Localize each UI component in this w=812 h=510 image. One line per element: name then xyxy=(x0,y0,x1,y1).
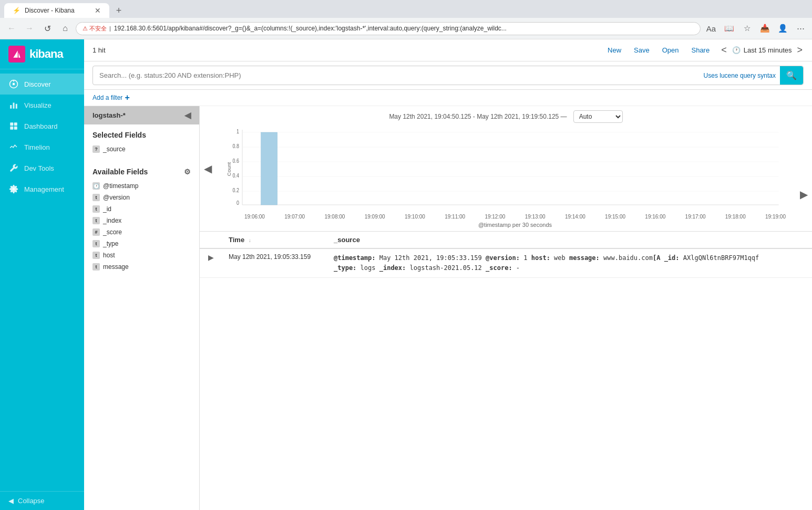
chart-area: ◀ May 12th 2021, 19:04:50.125 - May 12th… xyxy=(200,106,812,232)
sidebar-item-timelion[interactable]: Timelion xyxy=(0,137,84,158)
field-item-id[interactable]: t _id xyxy=(92,203,191,215)
row-expand-cell: ▶ xyxy=(200,248,222,278)
field-item-index[interactable]: t _index xyxy=(92,215,191,226)
field-type-t-badge-version: t xyxy=(92,194,100,201)
browser-tab-active[interactable]: ⚡ Discover - Kibana ✕ xyxy=(4,3,109,18)
open-button[interactable]: Open xyxy=(660,45,681,55)
share-button[interactable]: Share xyxy=(689,45,712,55)
field-item-type[interactable]: t _type xyxy=(92,238,191,249)
search-input[interactable] xyxy=(93,68,704,83)
field-item-message[interactable]: t message xyxy=(92,261,191,273)
forward-button[interactable]: → xyxy=(22,21,37,36)
warning-icon: ⚠ xyxy=(83,25,88,32)
field-name-timestamp: @timestamp xyxy=(103,182,139,190)
field-item-score[interactable]: # _score xyxy=(92,226,191,238)
chart-interval-select[interactable]: Auto Millisecond Second Minute Hour Day xyxy=(573,110,623,123)
url-text: 192.168.30.6:5601/app/kibana#/discover?_… xyxy=(114,25,694,32)
source-val-type: logs xyxy=(361,264,379,272)
new-tab-btn[interactable]: + xyxy=(111,3,126,18)
chart-x-axis-label: @timestamp per 30 seconds xyxy=(226,220,786,231)
sidebar-item-devtools[interactable]: Dev Tools xyxy=(0,158,84,179)
table-row: ▶ May 12th 2021, 19:05:33.159 @timestamp… xyxy=(200,248,812,278)
chart-header: May 12th 2021, 19:04:50.125 - May 12th 2… xyxy=(200,106,812,127)
source-column-header[interactable]: _source xyxy=(327,232,812,248)
field-type-t-badge-id: t xyxy=(92,205,100,213)
search-submit-button[interactable]: 🔍 xyxy=(780,66,803,85)
add-filter-button[interactable]: Add a filter + xyxy=(92,93,804,102)
new-button[interactable]: New xyxy=(605,45,623,55)
selected-fields-header: Selected Fields xyxy=(92,131,191,139)
download-button[interactable]: 📥 xyxy=(757,21,772,36)
svg-rect-9 xyxy=(14,127,17,130)
x-label-9: 19:14:00 xyxy=(565,214,585,220)
dashboard-icon xyxy=(8,121,19,131)
svg-rect-3 xyxy=(10,105,12,109)
menu-button[interactable]: ⋯ xyxy=(793,21,808,36)
management-icon xyxy=(8,184,19,194)
field-type-t-badge-type: t xyxy=(92,240,100,247)
svg-text:0.8: 0.8 xyxy=(233,143,239,149)
source-key-type: _type: xyxy=(334,264,356,272)
svg-text:1: 1 xyxy=(237,128,239,134)
sidebar-item-management[interactable]: Management xyxy=(0,179,84,200)
source-key-version: @version: xyxy=(486,254,520,262)
profile-button[interactable]: 👤 xyxy=(775,21,790,36)
field-item-host[interactable]: t host xyxy=(92,249,191,261)
back-button[interactable]: ← xyxy=(4,21,19,36)
filter-bar: Add a filter + xyxy=(84,90,812,106)
left-panel: logstash-* ◀ Selected Fields ? _source xyxy=(84,106,200,510)
sidebar-item-dashboard-label: Dashboard xyxy=(24,122,58,130)
source-key-bracket: [A xyxy=(653,254,660,262)
index-pattern-header[interactable]: logstash-* ◀ xyxy=(84,106,199,124)
field-type-clock-badge: 🕐 xyxy=(92,182,100,190)
save-button[interactable]: Save xyxy=(632,45,652,55)
time-column-header[interactable]: Time ↓ xyxy=(222,232,327,248)
available-fields-header: Available Fields ⚙ xyxy=(92,168,191,176)
available-fields-section: Available Fields ⚙ 🕐 @timestamp t @versi… xyxy=(84,161,199,279)
kibana-logo-icon xyxy=(8,46,25,63)
browser-tab-close[interactable]: ✕ xyxy=(95,6,101,15)
fields-settings-icon[interactable]: ⚙ xyxy=(184,168,191,176)
next-time-button[interactable]: > xyxy=(796,44,804,57)
time-sort-icon: ↓ xyxy=(249,237,251,243)
content-area: logstash-* ◀ Selected Fields ? _source xyxy=(84,106,812,510)
x-label-5: 19:10:00 xyxy=(405,214,425,220)
collapse-button[interactable]: ◀ Collapse xyxy=(0,491,84,510)
chart-nav-right-button[interactable]: ▶ xyxy=(796,184,812,205)
field-name-source: _source xyxy=(103,145,126,153)
source-val-index: logstash-2021.05.12 xyxy=(410,264,486,272)
time-column-label: Time xyxy=(229,236,244,244)
add-filter-plus-icon: + xyxy=(125,93,129,102)
reload-button[interactable]: ↺ xyxy=(40,21,55,36)
prev-time-button[interactable]: < xyxy=(720,44,728,57)
bookmark-button[interactable]: ☆ xyxy=(739,21,754,36)
collapse-icon: ◀ xyxy=(8,497,14,505)
field-item-version[interactable]: t @version xyxy=(92,192,191,203)
sidebar-item-management-label: Management xyxy=(24,185,64,193)
chart-nav-left-button[interactable]: ◀ xyxy=(200,158,216,179)
svg-text:0.2: 0.2 xyxy=(233,187,239,193)
kibana-logo-text: kibana xyxy=(29,47,63,61)
svg-rect-4 xyxy=(13,103,15,109)
sidebar-item-discover-label: Discover xyxy=(24,80,51,88)
field-type-t-badge-index: t xyxy=(92,217,100,224)
index-dropdown-icon: ◀ xyxy=(184,110,191,120)
separator: | xyxy=(109,25,111,32)
sidebar: kibana Discover Visualize Dashboard xyxy=(0,39,84,510)
sidebar-item-dashboard[interactable]: Dashboard xyxy=(0,116,84,137)
svg-text:0.4: 0.4 xyxy=(233,172,239,179)
selected-field-source[interactable]: ? _source xyxy=(92,143,191,155)
reader-button[interactable]: 📖 xyxy=(722,21,736,36)
time-range-display[interactable]: 🕐 Last 15 minutes xyxy=(732,46,792,54)
translate-button[interactable]: Aa xyxy=(704,21,718,36)
url-bar[interactable]: ⚠ 不安全 | 192.168.30.6:5601/app/kibana#/di… xyxy=(76,22,701,35)
field-item-timestamp[interactable]: 🕐 @timestamp xyxy=(92,180,191,192)
source-column-label: _source xyxy=(334,236,360,244)
home-button[interactable]: ⌂ xyxy=(58,21,73,36)
lucene-syntax-link[interactable]: Uses lucene query syntax xyxy=(704,72,780,79)
time-range-label: Last 15 minutes xyxy=(744,46,792,54)
sidebar-item-visualize[interactable]: Visualize xyxy=(0,95,84,116)
sidebar-logo: kibana xyxy=(0,39,84,69)
sidebar-item-discover[interactable]: Discover xyxy=(0,74,84,95)
row-expand-button[interactable]: ▶ xyxy=(206,253,216,262)
